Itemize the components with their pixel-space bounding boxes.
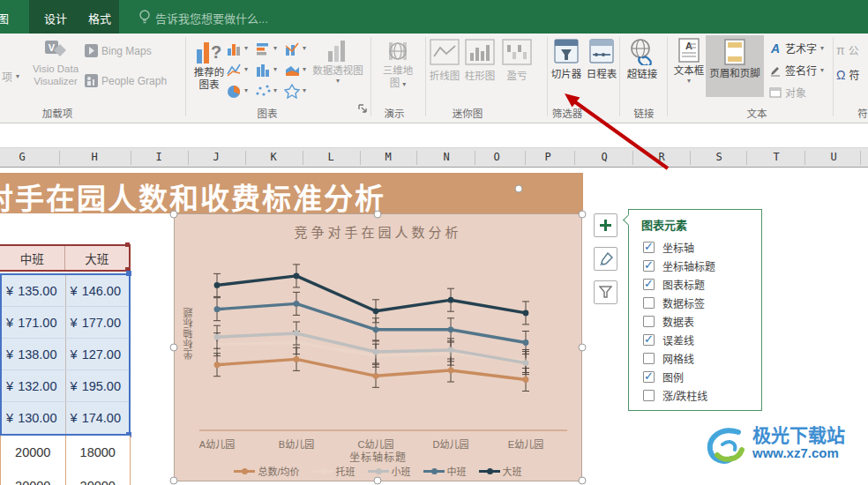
chart-type-button[interactable]: ▾: [255, 62, 277, 78]
panel-item-网格线[interactable]: 网格线: [643, 349, 715, 368]
data-point-大班[interactable]: [373, 308, 379, 314]
column-header-Q[interactable]: Q: [601, 151, 607, 163]
pivotchart-button[interactable]: 数据透视图 ▾: [311, 37, 365, 85]
timeline-button[interactable]: 日程表: [584, 37, 619, 81]
sparkline-line-button[interactable]: 折线图: [427, 39, 462, 83]
data-point-中班[interactable]: [373, 326, 379, 332]
checkbox-数据表[interactable]: [643, 316, 655, 327]
table-cell[interactable]: ¥146.00: [66, 275, 130, 306]
column-header-I[interactable]: I: [155, 151, 161, 163]
chart-type-button[interactable]: ▾: [284, 83, 306, 99]
table-cell[interactable]: ¥174.00: [66, 402, 130, 434]
chart-type-button[interactable]: ▾: [226, 83, 248, 99]
table-cell[interactable]: 20000: [1, 469, 66, 485]
table-header-row[interactable]: 中班大班: [0, 244, 131, 272]
checkbox-涨/跌柱线[interactable]: [643, 390, 655, 401]
panel-item-数据表[interactable]: 数据表: [643, 312, 715, 331]
data-point-大班[interactable]: [448, 297, 454, 303]
title-banner-cell[interactable]: 对手在园人数和收费标准分析: [0, 173, 583, 213]
tab-format[interactable]: 格式: [88, 10, 111, 26]
table-cell[interactable]: 18000: [66, 436, 131, 469]
data-point-中班[interactable]: [448, 326, 454, 332]
chart-filters-button[interactable]: [594, 280, 617, 304]
chart-type-button[interactable]: ▾: [255, 83, 277, 99]
equation-button[interactable]: π 公: [836, 42, 859, 57]
selection-handle[interactable]: [374, 211, 382, 219]
visio-data-visualizer-button[interactable]: V Visio Data Visualizer: [26, 37, 85, 88]
data-point-小班[interactable]: [523, 360, 529, 366]
textbox-button[interactable]: A 文本框 ▾: [669, 37, 709, 85]
chart-type-button[interactable]: ▾: [226, 41, 248, 56]
watermark[interactable]: 极光下载站 www.xz7.com: [703, 425, 845, 471]
symbol-button[interactable]: Ω 符: [836, 67, 859, 82]
signature-line-button[interactable]: 签名行▾: [769, 63, 824, 78]
table-header-cell[interactable]: 大班: [65, 246, 130, 270]
header-footer-button[interactable]: 页眉和页脚: [706, 39, 764, 80]
sparkline-column-button[interactable]: 柱形图: [462, 39, 498, 83]
panel-item-图例[interactable]: 图例: [643, 368, 715, 386]
object-button[interactable]: 对象: [769, 85, 806, 100]
bing-maps-button[interactable]: Bing Maps: [85, 44, 152, 57]
column-header-L[interactable]: L: [327, 151, 333, 163]
data-point-大班[interactable]: [523, 310, 529, 317]
table-header-cell[interactable]: 中班: [0, 246, 65, 270]
chart-object[interactable]: 竞争对手在园人数分析 坐标轴标题 A幼儿园B幼儿园C幼儿园D幼儿园E幼儿园 坐标…: [174, 213, 582, 481]
legend-item[interactable]: 中班: [423, 464, 467, 478]
red-range-handle[interactable]: [125, 242, 130, 247]
hyperlink-button[interactable]: 超链接: [623, 37, 662, 81]
data-point-总数/均价[interactable]: [214, 362, 221, 368]
column-header-J[interactable]: J: [213, 151, 219, 163]
panel-item-坐标轴标题[interactable]: 坐标轴标题: [643, 257, 715, 275]
selection-handle[interactable]: [170, 344, 178, 352]
slicer-button[interactable]: 切片器: [549, 37, 584, 81]
checkbox-图例[interactable]: [643, 371, 655, 383]
data-point-大班[interactable]: [294, 273, 300, 280]
column-header-P[interactable]: P: [544, 151, 550, 163]
checkbox-误差线[interactable]: [643, 334, 655, 346]
data-point-小班[interactable]: [214, 334, 221, 340]
selection-handle[interactable]: [170, 477, 178, 485]
table-cell[interactable]: 20000: [66, 469, 131, 485]
3d-map-button[interactable]: 三维地 图 ▾: [374, 37, 422, 90]
data-point-中班[interactable]: [294, 301, 300, 307]
tab-design[interactable]: 设计: [44, 10, 67, 26]
legend-item[interactable]: 小班: [368, 464, 411, 478]
tell-me-box[interactable]: 告诉我您想要做什么...: [155, 10, 268, 26]
chart-type-button[interactable]: ▾: [255, 41, 277, 56]
legend-item[interactable]: 托班: [312, 464, 355, 478]
table-cell[interactable]: ¥138.00: [2, 339, 66, 369]
data-point-小班[interactable]: [448, 347, 454, 354]
checkbox-图表标题[interactable]: [643, 279, 655, 290]
table-count-row[interactable]: 2000020000: [0, 469, 131, 485]
table-cell[interactable]: ¥177.00: [66, 307, 130, 338]
tab-view[interactable]: 视图: [0, 10, 9, 26]
chart-type-button[interactable]: ▾: [226, 62, 248, 78]
panel-item-数据标签[interactable]: 数据标签: [643, 294, 715, 312]
column-header-K[interactable]: K: [270, 151, 276, 163]
data-point-大班[interactable]: [214, 282, 221, 288]
checkbox-坐标轴[interactable]: [643, 242, 655, 253]
selection-handle[interactable]: [579, 344, 587, 352]
data-point-小班[interactable]: [294, 331, 300, 337]
selection-handle[interactable]: [170, 211, 178, 219]
selection-handle[interactable]: [579, 477, 587, 485]
table-cell[interactable]: ¥171.00: [2, 307, 66, 338]
column-header-T[interactable]: T: [773, 151, 779, 163]
worksheet[interactable]: 对手在园人数和收费标准分析 中班大班 ¥135.00¥146.00¥171.00…: [0, 168, 868, 485]
column-header-U[interactable]: U: [830, 151, 836, 163]
panel-item-误差线[interactable]: 误差线: [643, 331, 715, 349]
column-header-O[interactable]: O: [493, 151, 499, 163]
checkbox-坐标轴标题[interactable]: [643, 260, 655, 272]
series-line-总数/均价[interactable]: [217, 359, 526, 379]
recommended-charts-button[interactable]: ? 推荐的 图表: [189, 37, 229, 92]
legend-item[interactable]: 大班: [479, 464, 522, 478]
column-header-N[interactable]: N: [443, 151, 449, 163]
data-point-总数/均价[interactable]: [448, 368, 454, 374]
data-point-总数/均价[interactable]: [294, 356, 300, 362]
selection-handle[interactable]: [579, 211, 587, 219]
chart-elements-button[interactable]: [594, 213, 617, 237]
chart-styles-button[interactable]: [594, 247, 617, 271]
wordart-button[interactable]: A 艺术字▾: [769, 41, 824, 56]
column-header-G[interactable]: G: [19, 151, 25, 163]
table-cell[interactable]: 20000: [1, 436, 66, 469]
